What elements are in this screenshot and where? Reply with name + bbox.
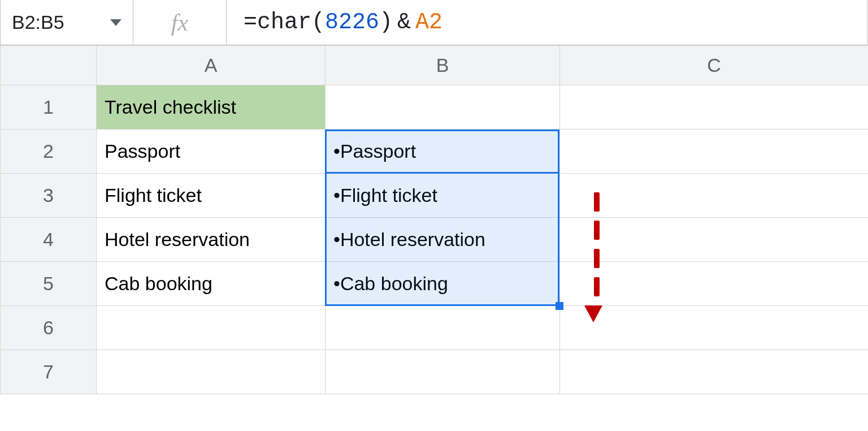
cell-A4[interactable]: Hotel reservation	[97, 218, 326, 262]
formula-ref: A2	[415, 10, 442, 35]
cell-B7[interactable]	[326, 350, 560, 394]
formula-num: 8226	[325, 10, 379, 35]
spreadsheet-grid[interactable]: A B C 1 Travel checklist 2 Passport •Pas…	[0, 45, 868, 431]
cell-C1[interactable]	[560, 85, 869, 130]
row-header-7[interactable]: 7	[1, 350, 97, 394]
cell-A5[interactable]: Cab booking	[97, 262, 326, 306]
cell-C3[interactable]	[560, 174, 869, 218]
column-header-A[interactable]: A	[97, 46, 326, 85]
select-all-corner[interactable]	[1, 46, 97, 85]
formula-input[interactable]: = char ( 8226 ) & A2	[227, 0, 867, 45]
row-header-2[interactable]: 2	[1, 130, 97, 174]
cell-C6[interactable]	[560, 306, 869, 350]
cell-C5[interactable]	[560, 262, 869, 306]
name-box-value: B2:B5	[12, 11, 64, 33]
row-header-6[interactable]: 6	[1, 306, 97, 350]
cell-C4[interactable]	[560, 218, 869, 262]
row-header-4[interactable]: 4	[1, 218, 97, 262]
chevron-down-icon[interactable]	[110, 19, 121, 26]
formula-open: (	[311, 10, 325, 35]
cell-A2[interactable]: Passport	[97, 130, 326, 174]
cell-B4[interactable]: •Hotel reservation	[326, 218, 560, 262]
cell-B3[interactable]: •Flight ticket	[326, 174, 560, 218]
cell-A6[interactable]	[97, 306, 326, 350]
cell-B5[interactable]: •Cab booking	[326, 262, 560, 306]
cell-B1[interactable]	[326, 85, 560, 130]
cell-A1[interactable]: Travel checklist	[97, 85, 326, 130]
row-header-1[interactable]: 1	[1, 85, 97, 130]
column-header-C[interactable]: C	[560, 46, 869, 85]
fx-button[interactable]: fx	[133, 0, 227, 45]
column-header-B[interactable]: B	[326, 46, 560, 85]
formula-amp: &	[393, 10, 415, 35]
fx-icon: fx	[171, 9, 188, 36]
fill-handle[interactable]	[555, 302, 563, 310]
row-header-3[interactable]: 3	[1, 174, 97, 218]
formula-func: char	[257, 10, 311, 35]
formula-close: )	[379, 10, 393, 35]
cell-A3[interactable]: Flight ticket	[97, 174, 326, 218]
formula-bar: B2:B5 fx = char ( 8226 ) & A2	[0, 0, 868, 45]
formula-eq: =	[244, 10, 257, 35]
cell-C2[interactable]	[560, 130, 869, 174]
cell-A7[interactable]	[97, 350, 326, 394]
cell-B6[interactable]	[326, 306, 560, 350]
row-header-5[interactable]: 5	[1, 262, 97, 306]
cell-B2[interactable]: •Passport	[326, 130, 560, 174]
cell-C7[interactable]	[560, 350, 869, 394]
name-box[interactable]: B2:B5	[1, 0, 133, 45]
